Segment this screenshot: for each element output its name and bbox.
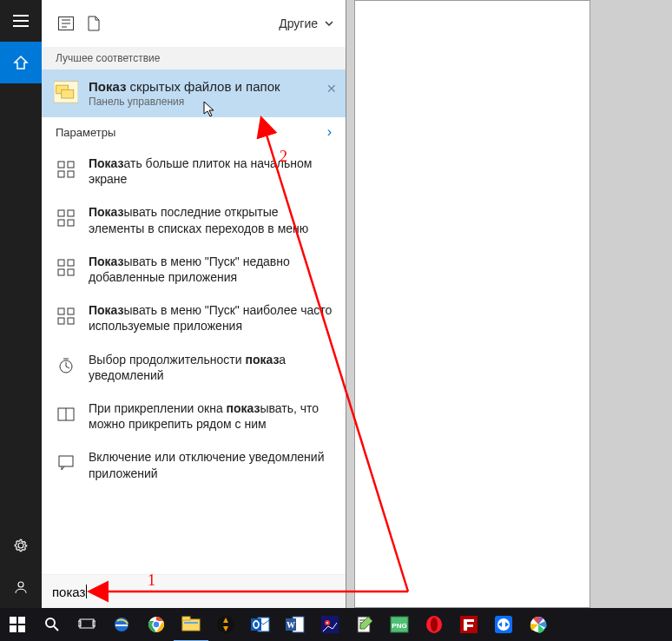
svg-point-52 — [326, 622, 328, 624]
cursor-icon — [203, 101, 217, 118]
timer-icon — [54, 354, 78, 378]
setting-item[interactable]: Показывать в меню "Пуск" наиболее часто … — [42, 294, 346, 342]
svg-rect-20 — [58, 308, 64, 314]
svg-rect-15 — [68, 220, 74, 226]
tiles-icon — [54, 255, 78, 280]
setting-item[interactable]: Включение или отключение уведомлений при… — [42, 440, 346, 489]
svg-rect-12 — [58, 210, 64, 216]
best-match-header: Лучшее соответствие — [42, 47, 346, 69]
home-button[interactable] — [0, 42, 42, 83]
taskview-button[interactable] — [69, 608, 104, 641]
svg-point-32 — [46, 618, 55, 627]
svg-rect-7 — [62, 89, 74, 98]
svg-rect-45 — [251, 618, 261, 631]
svg-rect-16 — [58, 260, 64, 266]
background-window — [354, 0, 590, 608]
svg-rect-42 — [184, 622, 198, 624]
svg-rect-13 — [68, 210, 74, 216]
chrome-icon[interactable] — [139, 608, 174, 641]
png-icon[interactable]: PNG — [382, 608, 417, 641]
best-match-result[interactable]: Показ скрытых файлов и папок Панель упра… — [42, 69, 346, 117]
svg-rect-31 — [18, 625, 25, 632]
screen: Другие Лучшее соответствие Показ скрытых… — [0, 0, 672, 641]
document-icon[interactable] — [80, 10, 108, 37]
chevron-right-icon: › — [327, 124, 332, 140]
svg-rect-30 — [10, 625, 16, 632]
reading-view-icon[interactable] — [52, 10, 80, 37]
picasa-icon[interactable] — [521, 608, 556, 641]
svg-text:PNG: PNG — [392, 622, 406, 630]
svg-rect-22 — [58, 318, 64, 324]
svg-rect-40 — [182, 619, 200, 631]
opera-icon[interactable] — [417, 608, 451, 641]
setting-item[interactable]: При прикреплении окна показывать, что мо… — [42, 392, 346, 440]
tiles-icon — [54, 206, 78, 230]
user-button[interactable] — [0, 566, 42, 608]
svg-line-33 — [54, 626, 58, 631]
search-input-value: показ — [52, 585, 85, 599]
search-panel: Другие Лучшее соответствие Показ скрытых… — [42, 0, 346, 608]
ie-icon[interactable] — [104, 608, 139, 641]
svg-rect-14 — [58, 220, 64, 226]
search-input[interactable]: показ — [42, 574, 346, 608]
snap-icon — [54, 402, 78, 426]
irfanview-icon[interactable] — [313, 608, 347, 641]
filter-dropdown[interactable]: Другие — [279, 17, 335, 30]
svg-rect-8 — [58, 162, 64, 168]
close-icon[interactable]: ✕ — [326, 82, 337, 96]
aimp-icon[interactable] — [208, 608, 243, 641]
taskbar: W PNG — [0, 608, 672, 641]
svg-rect-9 — [68, 162, 74, 168]
filezilla-icon[interactable] — [451, 608, 486, 641]
svg-text:W: W — [287, 620, 295, 630]
svg-rect-19 — [68, 269, 74, 275]
settings-section-header[interactable]: Параметры › — [42, 117, 346, 147]
start-button[interactable] — [0, 608, 35, 641]
notepadpp-icon[interactable] — [347, 608, 382, 641]
setting-item[interactable]: Показывать последние открытые элементы в… — [42, 195, 346, 244]
svg-rect-27 — [59, 456, 73, 466]
svg-rect-34 — [80, 619, 94, 628]
hamburger-button[interactable] — [0, 0, 42, 42]
search-top-bar: Другие — [42, 0, 346, 47]
svg-rect-23 — [68, 318, 74, 324]
teamviewer-icon[interactable] — [486, 608, 521, 641]
svg-point-57 — [431, 618, 438, 631]
svg-rect-10 — [58, 171, 64, 177]
setting-item[interactable]: Показать больше плиток на начальном экра… — [42, 147, 346, 195]
svg-rect-17 — [68, 260, 74, 266]
svg-rect-11 — [68, 171, 74, 177]
svg-rect-21 — [68, 308, 74, 314]
text-caret — [86, 585, 87, 598]
search-button[interactable] — [35, 608, 69, 641]
word-icon[interactable]: W — [278, 608, 313, 641]
start-left-rail — [0, 0, 42, 608]
desktop-area — [354, 0, 672, 608]
svg-rect-18 — [58, 269, 64, 275]
folder-options-icon — [54, 80, 78, 104]
svg-rect-28 — [10, 617, 16, 624]
svg-rect-29 — [18, 617, 25, 624]
setting-item[interactable]: Показывать в меню "Пуск" недавно добавле… — [42, 245, 346, 294]
filter-label: Другие — [279, 17, 318, 30]
settings-results-list: Показать больше плиток на начальном экра… — [42, 147, 346, 490]
tiles-icon — [54, 157, 78, 182]
svg-rect-41 — [182, 617, 190, 620]
notification-icon — [54, 451, 78, 475]
svg-point-39 — [153, 621, 160, 628]
setting-item[interactable]: Выбор продолжительности показа уведомлен… — [42, 343, 346, 392]
tiles-icon — [54, 304, 78, 328]
outlook-icon[interactable] — [243, 608, 278, 641]
explorer-icon[interactable] — [174, 607, 208, 641]
svg-point-0 — [18, 582, 23, 587]
settings-gear-button[interactable] — [0, 525, 42, 566]
